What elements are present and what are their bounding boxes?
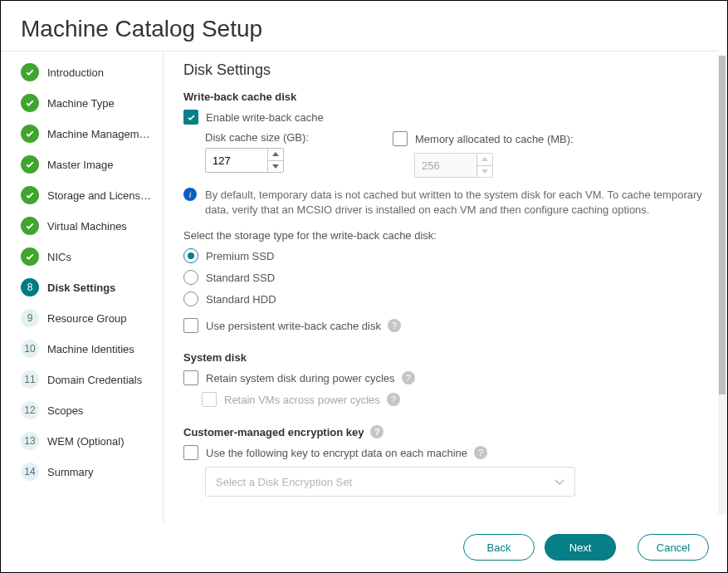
retain-vms-row: Retain VMs across power cycles ?	[202, 392, 712, 407]
step-number: 13	[21, 432, 39, 450]
mem-label: Memory allocated to cache (MB):	[415, 133, 574, 145]
disk-size-down[interactable]	[268, 160, 283, 173]
check-icon	[21, 63, 39, 81]
disk-size-input[interactable]	[206, 149, 267, 172]
check-icon	[21, 186, 39, 204]
check-icon	[21, 217, 39, 235]
info-text: By default, temporary data is not cached…	[205, 188, 712, 218]
cmek-heading-row: Customer-managed encryption key ?	[183, 425, 712, 438]
mem-down	[477, 165, 492, 178]
step-number: 8	[21, 278, 39, 296]
step-introduction[interactable]: Introduction	[21, 63, 154, 81]
storage-type-standard-ssd[interactable]: Standard SSD	[183, 270, 712, 285]
wizard-title: Machine Catalog Setup	[21, 16, 727, 42]
retain-sysdisk-row[interactable]: Retain system disk during power cycles ?	[183, 370, 712, 385]
mem-up	[477, 154, 492, 165]
step-master-image[interactable]: Master Image	[21, 155, 154, 174]
chevron-down-icon	[555, 476, 564, 488]
check-icon	[21, 247, 39, 266]
check-icon	[21, 94, 39, 112]
step-machine-type[interactable]: Machine Type	[21, 94, 154, 112]
disk-size-spinner[interactable]	[205, 148, 284, 173]
step-label: Master Image	[47, 159, 113, 171]
storage-type-label: Premium SSD	[206, 250, 274, 262]
enable-wbc-label: Enable write-back cache	[206, 111, 324, 124]
storage-type-standard-hdd[interactable]: Standard HDD	[183, 291, 712, 306]
step-nics[interactable]: NICs	[21, 247, 154, 266]
page-heading: Disk Settings	[183, 61, 712, 79]
step-label: Disk Settings	[47, 282, 115, 294]
step-number: 14	[21, 463, 39, 481]
retain-sysdisk-checkbox[interactable]	[183, 370, 198, 385]
step-scopes[interactable]: 12Scopes	[21, 401, 154, 419]
mem-spinner	[414, 153, 493, 178]
retain-vms-checkbox	[202, 392, 217, 407]
persistent-wbc-label: Use persistent write-back cache disk	[206, 320, 381, 332]
help-icon[interactable]: ?	[387, 393, 400, 406]
retain-sysdisk-label: Retain system disk during power cycles	[206, 372, 395, 384]
step-machine-identities[interactable]: 10Machine Identities	[21, 340, 154, 358]
step-label: Machine Identities	[47, 343, 134, 355]
sysdisk-heading: System disk	[183, 351, 712, 364]
enable-wbc-row[interactable]: Enable write-back cache	[183, 110, 712, 125]
next-button[interactable]: Next	[545, 534, 616, 561]
mem-checkbox[interactable]	[393, 131, 408, 146]
scrollbar[interactable]	[718, 56, 726, 514]
storage-type-label: Select the storage type for the write-ba…	[183, 229, 712, 242]
scrollbar-thumb[interactable]	[719, 56, 726, 394]
disk-size-label: Disk cache size (GB):	[205, 131, 371, 144]
persistent-wbc-row[interactable]: Use persistent write-back cache disk ?	[183, 318, 712, 333]
step-label: Virtual Machines	[47, 220, 127, 233]
step-number: 11	[21, 370, 39, 389]
step-number: 9	[21, 309, 39, 327]
help-icon[interactable]: ?	[370, 425, 384, 438]
step-machine-managem-[interactable]: Machine Managem…	[21, 125, 154, 143]
info-icon: i	[183, 188, 197, 201]
step-wem-optional-[interactable]: 13WEM (Optional)	[21, 432, 154, 450]
step-summary[interactable]: 14Summary	[21, 463, 154, 481]
step-label: WEM (Optional)	[47, 435, 124, 448]
storage-type-radio[interactable]	[183, 270, 198, 285]
enable-wbc-checkbox[interactable]	[183, 110, 198, 125]
step-storage-and-licens-[interactable]: Storage and Licens…	[21, 186, 154, 204]
step-label: Resource Group	[47, 312, 126, 325]
disk-size-up[interactable]	[268, 149, 283, 160]
wizard-sidebar: IntroductionMachine TypeMachine Managem……	[1, 51, 164, 522]
cmek-heading: Customer-managed encryption key	[183, 426, 364, 438]
step-disk-settings[interactable]: 8Disk Settings	[21, 278, 154, 296]
storage-type-label: Standard SSD	[206, 272, 275, 284]
encryption-set-placeholder: Select a Disk Encryption Set	[216, 476, 352, 488]
help-icon[interactable]: ?	[474, 446, 487, 459]
step-label: Scopes	[47, 404, 83, 417]
retain-vms-label: Retain VMs across power cycles	[224, 394, 380, 406]
help-icon[interactable]: ?	[388, 319, 401, 332]
use-key-row[interactable]: Use the following key to encrypt data on…	[183, 445, 712, 460]
step-virtual-machines[interactable]: Virtual Machines	[21, 217, 154, 235]
step-label: Machine Type	[47, 97, 115, 110]
back-button[interactable]: Back	[463, 534, 535, 561]
step-number: 10	[21, 340, 39, 358]
wizard-footer: Back Next Cancel	[1, 522, 727, 572]
step-domain-credentials[interactable]: 11Domain Credentials	[21, 370, 154, 389]
storage-type-radio[interactable]	[183, 291, 198, 306]
storage-type-premium-ssd[interactable]: Premium SSD	[183, 248, 712, 263]
step-label: Summary	[47, 466, 94, 478]
step-label: NICs	[47, 251, 71, 263]
use-key-label: Use the following key to encrypt data on…	[206, 447, 467, 459]
wizard-content: Disk Settings Write-back cache disk Enab…	[164, 51, 727, 522]
storage-type-radio[interactable]	[183, 248, 198, 263]
encryption-set-select: Select a Disk Encryption Set	[205, 467, 575, 497]
step-label: Storage and Licens…	[47, 189, 151, 202]
wbc-heading: Write-back cache disk	[183, 91, 712, 103]
check-icon	[21, 125, 39, 143]
step-label: Introduction	[47, 66, 104, 79]
help-icon[interactable]: ?	[402, 371, 415, 384]
cancel-button[interactable]: Cancel	[638, 534, 709, 561]
mem-input	[415, 154, 476, 177]
step-resource-group[interactable]: 9Resource Group	[21, 309, 154, 327]
use-key-checkbox[interactable]	[183, 445, 198, 460]
storage-type-label: Standard HDD	[206, 293, 276, 306]
check-icon	[21, 155, 39, 174]
step-number: 12	[21, 401, 39, 419]
persistent-wbc-checkbox[interactable]	[183, 318, 198, 333]
